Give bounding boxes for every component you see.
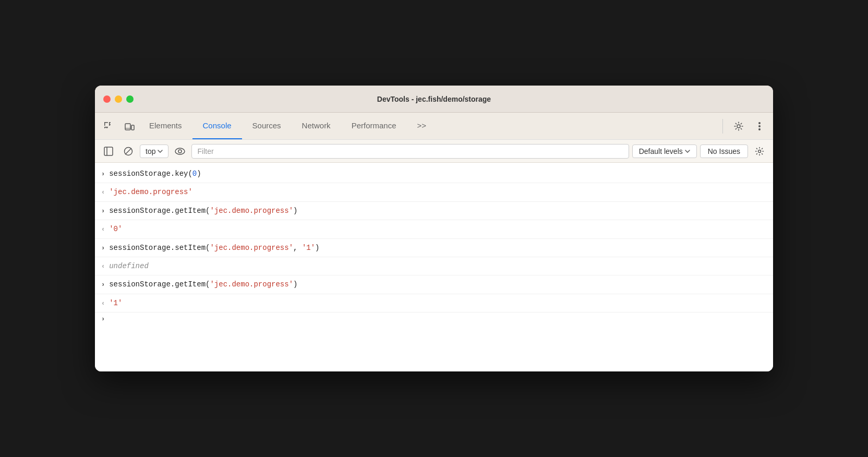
arrow-left-2: ‹ [101,188,105,198]
gear-icon [733,121,744,131]
clear-icon [124,147,133,156]
console-line-5: › sessionStorage.setItem('jec.demo.progr… [95,239,773,257]
maximize-button[interactable] [126,95,134,103]
console-line-1: › sessionStorage.key(0) [95,165,773,183]
filter-input[interactable] [191,144,629,159]
input-cursor: › [101,316,105,323]
more-dots-icon [758,122,761,131]
sidebar-icon [104,147,113,156]
arrow-left-6: ‹ [101,262,105,272]
console-line-3: › sessionStorage.getItem('jec.demo.progr… [95,202,773,220]
inspect-icon [103,121,114,131]
tab-console[interactable]: Console [192,113,242,139]
window-title: DevTools - jec.fish/demo/storage [377,95,491,103]
svg-point-12 [758,128,761,130]
svg-rect-7 [131,125,134,130]
log-levels-selector[interactable]: Default levels [632,145,697,158]
arrow-right-7: › [101,280,105,290]
chevron-down-levels-icon [685,150,690,153]
console-line-6: ‹ undefined [95,257,773,275]
svg-point-18 [178,150,182,153]
issues-button[interactable]: No Issues [700,145,748,158]
svg-rect-1 [104,122,105,126]
svg-point-10 [758,122,761,124]
console-settings-button[interactable] [751,143,768,160]
clear-console-button[interactable] [120,143,137,160]
context-selector[interactable]: top [140,145,168,158]
arrow-left-4: ‹ [101,225,105,235]
eye-icon [175,148,185,155]
more-menu-button[interactable] [750,117,769,136]
title-bar: DevTools - jec.fish/demo/storage [95,86,773,113]
context-label: top [146,147,155,155]
tab-elements[interactable]: Elements [139,113,192,139]
settings-button[interactable] [729,117,748,136]
tab-sources[interactable]: Sources [242,113,292,139]
live-expressions-button[interactable] [172,143,188,160]
divider [722,119,723,134]
tabs: Elements Console Sources Network Perform… [139,113,718,139]
close-button[interactable] [103,95,111,103]
arrow-right-1: › [101,170,105,179]
svg-line-16 [125,148,131,154]
device-mode-icon [124,121,135,131]
chevron-down-icon [158,150,163,153]
console-input-line[interactable]: › [95,312,773,326]
svg-point-9 [737,125,740,128]
svg-point-19 [758,150,761,152]
arrow-right-3: › [101,207,105,217]
console-line-2: ‹ 'jec.demo.progress' [95,183,773,201]
console-line-8: ‹ '1' [95,294,773,312]
console-line-7: › sessionStorage.getItem('jec.demo.progr… [95,275,773,294]
inspect-element-button[interactable] [99,117,118,136]
tab-more[interactable]: >> [407,113,437,139]
arrow-left-8: ‹ [101,299,105,309]
traffic-lights [103,95,134,103]
arrow-right-5: › [101,244,105,254]
console-output: › sessionStorage.key(0) ‹ 'jec.demo.prog… [95,163,773,371]
tab-bar: Elements Console Sources Network Perform… [95,113,773,140]
console-toolbar: top Default levels No Issues [95,140,773,163]
devtools-window: DevTools - jec.fish/demo/storage [95,86,773,371]
svg-rect-13 [104,147,113,155]
device-mode-button[interactable] [120,117,139,136]
console-gear-icon [755,147,764,156]
console-line-4: ‹ '0' [95,220,773,238]
tab-bar-left-icons [99,117,139,136]
svg-point-17 [175,148,185,154]
svg-rect-6 [125,124,130,130]
sidebar-toggle-button[interactable] [100,143,117,160]
minimize-button[interactable] [115,95,122,103]
svg-point-11 [758,125,761,127]
tab-network[interactable]: Network [292,113,341,139]
tab-performance[interactable]: Performance [341,113,407,139]
tab-bar-right-icons [718,117,769,136]
